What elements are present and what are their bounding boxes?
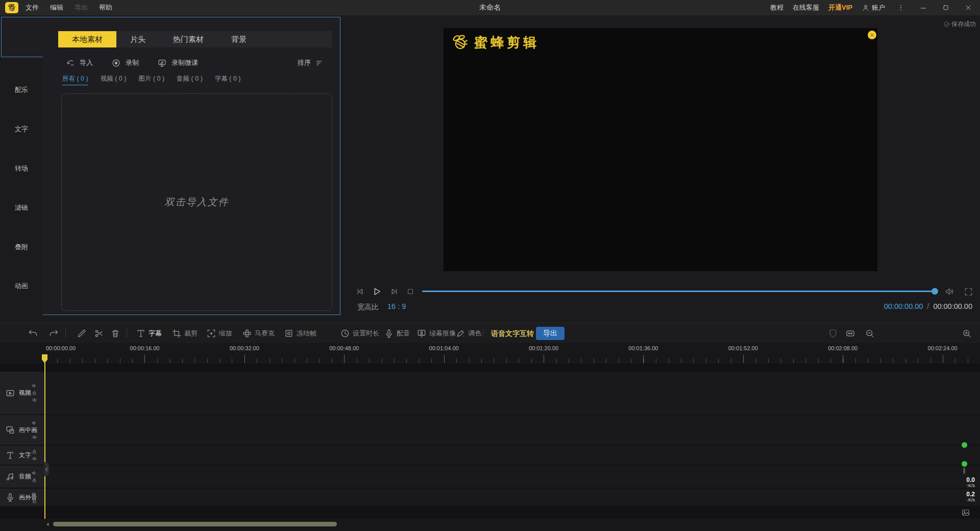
duration-tool[interactable]: 设置时长 [340,328,379,339]
fit-timeline-button[interactable] [845,328,855,339]
lock-icon[interactable] [32,449,37,454]
aspect-ratio-value[interactable]: 16 : 9 [387,302,406,310]
scroll-left-icon[interactable] [45,521,51,528]
track-lane-0[interactable] [0,372,980,414]
dubbing-tool-label: 配音 [397,329,410,338]
sidebar-item-4[interactable]: 滤镜 [0,202,43,213]
freeze-icon [284,328,294,339]
media-tab-2[interactable]: 热门素材 [159,31,217,47]
timeline-zoom-out-button[interactable] [865,328,875,339]
track-header-0[interactable]: 视频 [0,372,44,414]
maximize-button[interactable] [939,2,952,13]
media-action-0[interactable]: 导入 [65,58,93,68]
sort-button[interactable]: 排序 [298,56,324,70]
track-header-4[interactable]: 画外音 [0,489,44,506]
indicator-dot-bottom[interactable] [962,461,967,467]
close-button[interactable] [962,2,975,13]
media-tab-1[interactable]: 片头 [116,31,159,47]
media-tab-0[interactable]: 本地素材 [58,31,116,47]
greenscreen-tool[interactable]: 绿幕抠像 [416,328,456,339]
media-filter-3[interactable]: 音频 ( 0 ) [177,75,203,85]
track-header-3[interactable]: 音频 [0,466,44,488]
sidebar-item-2[interactable]: 文字 [0,124,43,135]
snapshot-button[interactable] [961,508,971,517]
import-dropzone[interactable]: 双击导入文件 [61,93,332,311]
sidebar-item-5[interactable]: 叠附 [0,242,43,253]
dubbing-tool[interactable]: 配音 [384,328,410,339]
minimize-button[interactable] [917,2,930,13]
track-lane-4[interactable] [0,489,980,506]
eye-icon[interactable] [32,435,37,440]
volume-button[interactable] [944,286,955,297]
media-action-2[interactable]: 录制微课 [157,58,198,68]
speaker-icon[interactable] [32,491,37,497]
speech-text-button[interactable]: 语音文字互转 [491,329,534,339]
media-action-label: 导入 [80,58,93,67]
app-logo[interactable] [5,2,18,13]
play-button[interactable] [371,286,382,297]
undo-button[interactable] [28,328,38,339]
minimize-icon [919,4,927,12]
menu-item-3[interactable]: 帮助 [99,3,112,12]
seek-knob[interactable] [932,288,938,295]
support-link[interactable]: 在线客服 [793,3,819,12]
stop-button[interactable] [406,287,415,296]
person-icon [862,4,870,12]
mosaic-tool[interactable]: 马赛克 [242,328,275,339]
seek-bar[interactable] [422,291,934,292]
account-button[interactable]: 账户 [862,3,885,12]
menu-item-2[interactable]: 导出 [75,3,88,12]
menu-item-0[interactable]: 文件 [26,3,39,12]
media-filter-0[interactable]: 所有 ( 0 ) [62,75,88,85]
lock-icon[interactable] [32,498,37,504]
more-menu-button[interactable] [894,2,908,13]
speaker-icon[interactable] [32,420,37,426]
sidebar-item-3[interactable]: 转场 [0,163,43,174]
track-lane-2[interactable] [0,446,980,465]
media-filter-1[interactable]: 视频 ( 0 ) [101,75,127,85]
timeline-zoom-in-button[interactable] [962,328,972,339]
lock-icon[interactable] [32,390,37,396]
track-lane-3[interactable] [0,466,980,488]
lock-icon[interactable] [32,427,37,433]
subtitle-tool[interactable]: 字幕 [136,328,162,339]
redo-button[interactable] [48,328,59,339]
media-filter-4[interactable]: 字幕 ( 0 ) [215,75,241,85]
zoom-tool[interactable]: 缩放 [206,328,232,339]
shield-icon[interactable] [828,328,838,339]
edit-button[interactable] [77,328,87,339]
delete-button[interactable] [110,328,120,339]
eye-icon[interactable] [32,397,37,403]
sidebar-item-6[interactable]: 动画 [0,280,43,292]
track-header-2[interactable]: 文字 [0,446,44,465]
media-filter-2[interactable]: 图片 ( 0 ) [138,75,164,85]
sidebar-item-1[interactable]: 配乐 [0,84,43,95]
eye-icon[interactable] [32,456,37,462]
previous-frame-button[interactable] [355,286,366,297]
speaker-icon[interactable] [32,383,37,389]
track-collapse-handle[interactable]: ❮ [44,462,49,476]
split-button[interactable] [94,328,104,339]
vip-link[interactable]: 开通VIP [828,3,852,12]
freeze-frame-tool[interactable]: 冻结帧 [284,328,316,339]
media-action-1[interactable]: 录制 [111,58,139,68]
fullscreen-button[interactable] [964,287,973,297]
media-tab-3[interactable]: 背景 [217,31,260,47]
color-grading-tool[interactable]: 调色 [455,328,481,339]
lock-icon[interactable] [32,477,37,483]
crop-tool[interactable]: 裁剪 [172,328,198,339]
export-button[interactable]: 导出 [536,327,565,340]
indicator-dot-top[interactable] [962,442,967,448]
tutorial-link[interactable]: 教程 [770,3,783,12]
watermark-close-button[interactable] [868,31,876,39]
track-lane-1[interactable] [0,415,980,445]
track-header-1[interactable]: 画中画 [0,415,44,445]
menu-item-1[interactable]: 编辑 [50,3,63,12]
horizontal-scrollbar[interactable] [53,522,337,526]
ruler-label-4: 00:01:04.00 [424,345,464,351]
ruler-label-2: 00:00:32.00 [224,345,265,351]
timeline-ruler[interactable]: 00:00:00.0000:00:16.0000:00:32.0000:00:4… [0,343,980,365]
speaker-icon[interactable] [32,470,37,476]
watermark-text: 蜜蜂剪辑 [474,34,540,52]
next-frame-button[interactable] [388,286,400,297]
